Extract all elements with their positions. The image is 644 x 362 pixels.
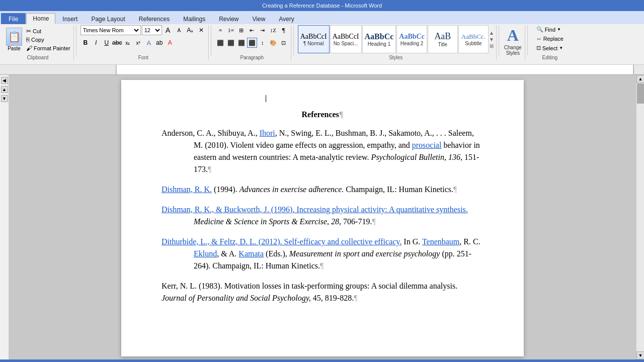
select-label: Select xyxy=(542,45,558,51)
prev-page-button[interactable]: ▲ xyxy=(1,86,8,93)
tab-insert[interactable]: Insert xyxy=(56,13,84,24)
cut-button[interactable]: ✂ Cut xyxy=(25,27,71,35)
scroll-thumb[interactable] xyxy=(637,83,644,104)
format-painter-icon: 🖌 xyxy=(26,45,32,52)
grow-font-button[interactable]: A xyxy=(163,25,173,35)
style-subtitle-label: Subtitle xyxy=(465,41,481,46)
paste-icon: 📋 xyxy=(6,28,22,46)
borders-button[interactable]: ⊡ xyxy=(279,38,289,48)
decrease-indent-button[interactable]: ⇤ xyxy=(247,25,257,35)
styles-more[interactable]: ⊞ xyxy=(490,43,494,49)
scroll-down-button[interactable]: ▼ xyxy=(636,351,644,359)
eklund-link[interactable]: Eklund xyxy=(194,249,217,258)
styles-scroll-up[interactable]: ▲ xyxy=(489,30,494,36)
style-subtitle[interactable]: AaBbCc. Subtitle xyxy=(458,25,489,53)
align-left-button[interactable]: ⬛ xyxy=(215,38,225,48)
font-size-select[interactable]: 12 xyxy=(142,25,162,35)
style-normal[interactable]: AaBbCcI ¶ Normal xyxy=(298,25,330,53)
pilcrow-3: ¶ xyxy=(453,185,457,194)
text-highlight-button[interactable]: ab xyxy=(154,38,165,48)
change-styles-button[interactable]: A ChangeStyles xyxy=(503,25,523,57)
right-scrollbar: ▲ ▼ xyxy=(636,75,644,359)
styles-scroll-down[interactable]: ▼ xyxy=(489,37,494,42)
style-title[interactable]: AaB Title xyxy=(428,25,458,53)
references-title: References¶ xyxy=(162,110,484,119)
reference-5-text: Kerr, N. L. (1983). Motivation losses in… xyxy=(162,280,484,304)
bold-button[interactable]: B xyxy=(80,38,91,48)
style-heading1-label: Heading 1 xyxy=(368,41,391,47)
superscript-button[interactable]: x² xyxy=(133,38,143,48)
style-normal-label: ¶ Normal xyxy=(303,41,324,46)
ihori-link[interactable]: Ihori xyxy=(260,129,275,137)
change-styles-icon: A xyxy=(507,26,519,45)
justify-button[interactable]: ⬛ xyxy=(247,38,257,48)
paragraph-group: ≡ 1≡ ⊞ ⇤ ⇥ ↕Z ¶ ⬛ ⬛ ⬛ ⬛ ↕ 🎨 ⊡ xyxy=(213,25,291,60)
shrink-font-button[interactable]: A xyxy=(174,25,184,35)
view-toggle-button[interactable]: ◀ xyxy=(1,77,8,84)
italic-button[interactable]: I xyxy=(91,38,101,48)
tab-avery[interactable]: Avery xyxy=(272,13,300,24)
ruler xyxy=(0,65,644,75)
align-center-button[interactable]: ⬛ xyxy=(226,38,236,48)
style-heading2[interactable]: AaBbCc Heading 2 xyxy=(396,25,427,53)
replace-button[interactable]: ↔ Replace xyxy=(534,35,566,43)
subscript-button[interactable]: x₂ xyxy=(123,38,133,48)
document-scroll-area[interactable]: References¶ Anderson, C. A., Shibuya, A.… xyxy=(9,75,636,359)
next-page-button[interactable]: ▼ xyxy=(1,95,8,102)
paste-button[interactable]: 📋 Paste xyxy=(4,27,24,52)
tab-mailings[interactable]: Mailings xyxy=(177,13,212,24)
tenenbaum-link[interactable]: Tenenbaum xyxy=(422,237,459,246)
scroll-track[interactable] xyxy=(636,83,644,351)
reference-3: Dishman, R. K., & Buckworth, J. (1996). … xyxy=(162,204,484,228)
tab-file[interactable]: File xyxy=(1,13,26,24)
ruler-svg xyxy=(116,65,633,75)
strikethrough-button[interactable]: abc xyxy=(112,38,122,48)
format-painter-button[interactable]: 🖌 Format Painter xyxy=(25,44,71,52)
styles-group: AaBbCcI ¶ Normal AaBbCcI No Spaci... AaB… xyxy=(296,25,497,60)
line-spacing-button[interactable]: ↕ xyxy=(258,38,268,48)
document-area: ◀ ▲ ▼ References¶ Anderson, C. A., Shibu… xyxy=(0,75,644,359)
text-effects-button[interactable]: A xyxy=(144,38,154,48)
font-name-select[interactable]: Times New Rom xyxy=(80,25,141,35)
numbering-button[interactable]: 1≡ xyxy=(226,25,236,35)
bullets-button[interactable]: ≡ xyxy=(215,25,225,35)
change-case-button[interactable]: Aₐ xyxy=(185,25,195,35)
tab-review[interactable]: Review xyxy=(212,13,245,24)
font-color-button[interactable]: A xyxy=(165,38,175,48)
underline-button[interactable]: U xyxy=(102,38,112,48)
dithurbide-link[interactable]: Dithurbide, L., & Feltz, D. L. (2012). S… xyxy=(162,237,401,246)
find-label: Find xyxy=(545,27,555,33)
shading-button[interactable]: 🎨 xyxy=(268,38,278,48)
clear-format-button[interactable]: ✕ xyxy=(196,25,206,35)
multilevel-button[interactable]: ⊞ xyxy=(236,25,247,35)
find-button[interactable]: 🔍 Find ▼ xyxy=(534,25,566,34)
select-button[interactable]: ⊡ Select ▼ xyxy=(534,44,566,52)
prosocial-link[interactable]: prosocial xyxy=(412,141,442,149)
copy-button[interactable]: ⎘ Copy xyxy=(25,36,71,44)
style-heading1[interactable]: AaBbCc Heading 1 xyxy=(362,25,396,53)
paragraph-label: Paragraph xyxy=(240,54,264,60)
divider-4 xyxy=(499,25,499,55)
clipboard-label: Clipboard xyxy=(27,54,48,60)
style-no-spacing[interactable]: AaBbCcI No Spaci... xyxy=(330,25,362,53)
kamata-link[interactable]: Kamata xyxy=(238,249,264,258)
tab-page-layout[interactable]: Page Layout xyxy=(85,13,131,24)
tab-home[interactable]: Home xyxy=(26,13,55,24)
tab-view[interactable]: View xyxy=(246,13,272,24)
style-title-label: Title xyxy=(438,42,448,47)
paste-label: Paste xyxy=(8,46,21,51)
ribbon-content: 📋 Paste ✂ Cut ⎘ Copy 🖌 Format Painter xyxy=(0,24,644,64)
divider-1 xyxy=(76,25,76,55)
show-formatting-button[interactable]: ¶ xyxy=(279,25,289,35)
increase-indent-button[interactable]: ⇥ xyxy=(258,25,268,35)
dishman1996-link[interactable]: Dishman, R. K., & Buckworth, J. (1996). … xyxy=(162,205,468,214)
align-right-button[interactable]: ⬛ xyxy=(236,38,247,48)
font-format-row: B I U abc x₂ x² A ab A xyxy=(80,38,206,48)
scroll-up-button[interactable]: ▲ xyxy=(636,75,644,83)
sort-button[interactable]: ↕Z xyxy=(268,25,278,35)
dishman1994-link[interactable]: Dishman, R. K. xyxy=(162,185,212,194)
reference-2-text: Dishman, R. K. (1994). Advances in exerc… xyxy=(162,184,484,196)
document-page[interactable]: References¶ Anderson, C. A., Shibuya, A.… xyxy=(121,80,524,356)
pilcrow-4: ¶ xyxy=(372,217,375,226)
tab-references[interactable]: References xyxy=(132,13,176,24)
